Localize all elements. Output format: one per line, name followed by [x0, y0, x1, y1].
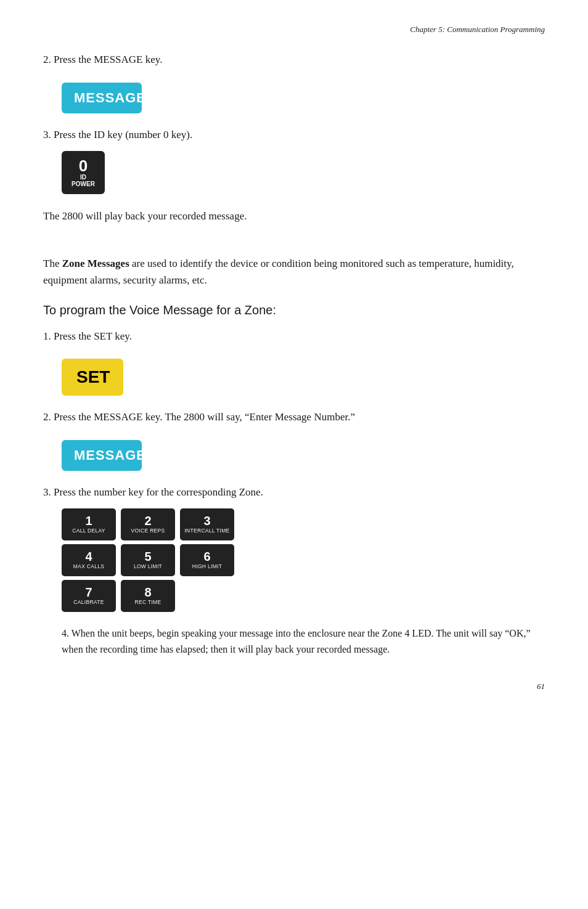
numkey-number: 2	[144, 515, 151, 527]
step4-text: 4. When the unit beeps, begin speaking y…	[43, 626, 545, 657]
message-key-1[interactable]: MESSAGE	[62, 83, 142, 113]
step3b-label: 3. Press the number key for the correspo…	[43, 484, 545, 500]
numkey-label: REC TIME	[135, 600, 161, 605]
numkey-number: 6	[203, 550, 210, 563]
numkey-8[interactable]: 8REC TIME	[121, 580, 175, 612]
numkey-number: 5	[144, 550, 151, 563]
numkey-label: CALL DELAY	[72, 528, 105, 534]
numkey-number: 8	[144, 586, 151, 598]
step1-label: 1. Press the SET key.	[43, 328, 545, 344]
numkey-label: HIGH LIMIT	[192, 564, 222, 569]
id-key-number: 0	[79, 158, 88, 174]
numkey-5[interactable]: 5LOW LIMIT	[121, 544, 175, 576]
zone-messages-bold: Zone Messages	[62, 258, 129, 269]
keypad-grid: 1CALL DELAY2VOICE REPS3INTERCALL TIME4MA…	[62, 508, 545, 612]
numkey-label: CALIBRATE	[73, 600, 104, 605]
numkey-number: 3	[203, 515, 210, 527]
chapter-header: Chapter 5: Communication Programming	[43, 25, 545, 35]
numkey-number: 4	[85, 550, 92, 563]
numkey-label: VOICE REPS	[131, 528, 165, 534]
numkey-2[interactable]: 2VOICE REPS	[121, 508, 175, 540]
program-voice-heading: To program the Voice Message for a Zone:	[43, 301, 545, 319]
page-number: 61	[43, 682, 545, 691]
playback-text: The 2800 will play back your recorded me…	[43, 208, 545, 224]
step2-label: 2. Press the MESSAGE key.	[43, 52, 545, 68]
numkey-label: INTERCALL TIME	[184, 528, 229, 534]
numkey-number: 7	[85, 586, 92, 598]
numkey-1[interactable]: 1CALL DELAY	[62, 508, 116, 540]
id-key[interactable]: 0 ID POWER	[62, 151, 105, 194]
zone-messages-para: The Zone Messages are used to identify t…	[43, 255, 545, 288]
message-key-2[interactable]: MESSAGE	[62, 440, 142, 471]
step2b-label: 2. Press the MESSAGE key. The 2800 will …	[43, 409, 545, 425]
id-key-sub1: ID	[80, 174, 86, 181]
numkey-4[interactable]: 4MAX CALLS	[62, 544, 116, 576]
set-key[interactable]: SET	[62, 359, 123, 396]
numkey-7[interactable]: 7CALIBRATE	[62, 580, 116, 612]
numkey-number: 1	[85, 515, 92, 527]
numkey-label: MAX CALLS	[73, 564, 104, 569]
id-key-sub2: POWER	[71, 181, 95, 187]
numkey-label: LOW LIMIT	[134, 564, 162, 569]
numkey-3[interactable]: 3INTERCALL TIME	[180, 508, 234, 540]
step3-label: 3. Press the ID key (number 0 key).	[43, 127, 545, 143]
zone-messages-intro: The	[43, 258, 62, 269]
numkey-6[interactable]: 6HIGH LIMIT	[180, 544, 234, 576]
